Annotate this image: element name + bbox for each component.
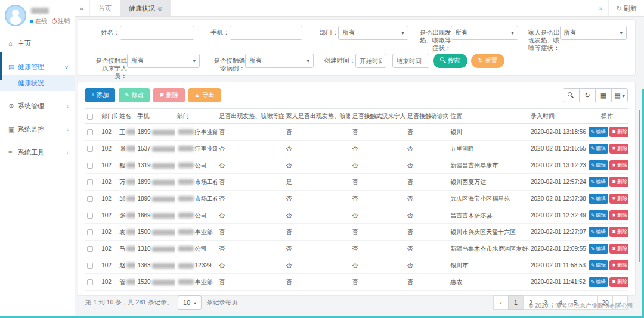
close-icon[interactable]: ⊗ bbox=[157, 5, 162, 12]
export-button[interactable]: ▲导出 bbox=[188, 88, 221, 102]
row-checkbox[interactable] bbox=[87, 196, 93, 202]
avatar[interactable] bbox=[5, 5, 26, 26]
search-button[interactable]: 搜索 bbox=[433, 54, 467, 68]
column-header[interactable]: 是否出现发热、咳嗽等症状 bbox=[217, 109, 284, 124]
edit-button[interactable]: ✎编辑 bbox=[589, 194, 609, 204]
row-checkbox[interactable] bbox=[87, 279, 93, 285]
monitor-icon: ▣ bbox=[8, 121, 18, 138]
edit-button[interactable]: ✎编辑 bbox=[589, 160, 609, 170]
edit-button[interactable]: ✎编辑 bbox=[589, 260, 609, 270]
column-header[interactable]: 手机 bbox=[135, 109, 175, 124]
add-label: 添加 bbox=[97, 91, 109, 98]
delete-button[interactable]: ✖删除 bbox=[609, 244, 628, 254]
table-row[interactable]: 102 万 1899 市场工程部 否 是 否 否 银川西夏万达 2020-02-… bbox=[85, 174, 628, 191]
dept-select[interactable]: 所有▾ bbox=[338, 26, 408, 40]
delete-button[interactable]: ✖删除 bbox=[609, 144, 628, 154]
sidebar-item-label: 健康状况 bbox=[18, 79, 44, 86]
table-row[interactable]: 102 赵 1363 12329 否 否 否 否 银川市 2020-02-01 … bbox=[85, 257, 628, 274]
edit-button[interactable]: ✎编辑 bbox=[589, 227, 609, 237]
page-size-select[interactable]: 10▴ bbox=[178, 295, 202, 310]
table-row[interactable]: 102 程 1319 公司 否 否 否 否 新疆昌吉州阜康市 2020-02-0… bbox=[85, 157, 628, 174]
cross-icon: ✖ bbox=[612, 163, 616, 168]
column-header[interactable]: 操作 bbox=[586, 109, 628, 124]
cell-dept: 市场工程部 bbox=[175, 191, 217, 207]
delete-button[interactable]: ✖删除 bbox=[609, 127, 628, 137]
start-time-input[interactable] bbox=[355, 54, 386, 68]
page-button[interactable]: 1 bbox=[508, 295, 524, 310]
delete-button[interactable]: ✖删除 bbox=[609, 227, 628, 237]
toggle-view-button[interactable]: ▦ bbox=[595, 88, 612, 102]
column-header[interactable]: 部门ID bbox=[100, 109, 117, 124]
edit-button[interactable]: ✎编辑 bbox=[589, 210, 609, 220]
wuhan-select[interactable]: 所有▾ bbox=[127, 54, 200, 68]
column-header[interactable]: 位置 bbox=[448, 109, 529, 124]
symptom-select[interactable]: 所有▾ bbox=[451, 26, 518, 40]
sidebar-item-sys-monitor[interactable]: ▣系统监控‹ bbox=[0, 121, 75, 138]
table-row[interactable]: 102 马 1310 公司 否 否 否 否 新疆乌鲁木齐市水磨沟区友好花园二期 … bbox=[85, 241, 628, 257]
row-checkbox[interactable] bbox=[87, 246, 93, 252]
table-row[interactable]: 102 王 1899 疗事业部 否 否 否 否 银川 2020-02-01 13… bbox=[85, 124, 628, 141]
masked-dept-prefix bbox=[178, 179, 194, 185]
pencil-icon: ✎ bbox=[591, 146, 595, 151]
column-header[interactable]: 是否接触武汉来宁人员 bbox=[350, 109, 405, 124]
search-label: 搜索 bbox=[448, 57, 460, 64]
column-header[interactable]: 姓名 bbox=[117, 109, 135, 124]
sidebar-item-sys-tools[interactable]: ≡系统工具‹ bbox=[0, 145, 75, 161]
column-header[interactable]: 家人是否出现发热、咳嗽等症状 bbox=[284, 109, 351, 124]
sidebar-item-sys-mgmt[interactable]: ⚙系统管理‹ bbox=[0, 98, 75, 114]
row-checkbox[interactable] bbox=[87, 129, 93, 135]
row-checkbox[interactable] bbox=[87, 163, 93, 169]
edit-button[interactable]: ✎编辑 bbox=[589, 277, 609, 287]
row-checkbox[interactable] bbox=[87, 179, 93, 185]
column-header[interactable]: 录入时间 bbox=[529, 109, 586, 124]
cell-wuhan-contact: 否 bbox=[350, 141, 405, 157]
family-select[interactable]: 所有▾ bbox=[560, 26, 627, 40]
sidebar-item-home[interactable]: ⌂主页 bbox=[0, 36, 75, 52]
column-header[interactable]: 是否接触确诊病例 bbox=[405, 109, 448, 124]
tab-health-status[interactable]: 健康状况⊗ bbox=[120, 0, 171, 16]
table-row[interactable]: 102 张 1537 疗事业部 否 否 否 否 五里湖畔 2020-02-01 … bbox=[85, 141, 628, 157]
table-row[interactable]: 102 管 1520 事业部 否 否 否 否 惠农 2020-02-01 11:… bbox=[85, 274, 628, 291]
delete-button[interactable]: ✖删除 bbox=[609, 277, 628, 287]
sidebar-item-health-status[interactable]: 健康状况 bbox=[0, 75, 75, 91]
refresh-page-button[interactable]: ↻刷新 bbox=[609, 0, 644, 16]
tab-home[interactable]: 首页 bbox=[90, 0, 120, 16]
end-time-input[interactable] bbox=[392, 54, 429, 68]
column-header[interactable]: 部门 bbox=[175, 109, 217, 124]
table-row[interactable]: 102 袁 1500 事业部 否 否 否 否 银川市兴庆区天玺十六区 2020-… bbox=[85, 224, 628, 241]
phone-filter-input[interactable] bbox=[230, 26, 302, 40]
edit-button[interactable]: ✎编辑 bbox=[589, 177, 609, 187]
page-size-value: 10 bbox=[183, 299, 190, 306]
row-checkbox[interactable] bbox=[87, 263, 93, 269]
row-checkbox[interactable] bbox=[87, 146, 93, 152]
batch-delete-button[interactable]: ✖删除 bbox=[153, 88, 184, 102]
page-button[interactable]: ‹ bbox=[493, 295, 509, 310]
delete-button[interactable]: ✖删除 bbox=[609, 194, 628, 204]
confirmed-select[interactable]: 所有▾ bbox=[245, 54, 314, 68]
logout-link[interactable]: 注销 bbox=[58, 18, 70, 24]
tabs-scroll-left-button[interactable]: « bbox=[75, 0, 90, 16]
edit-button[interactable]: ✎编辑 bbox=[589, 244, 609, 254]
masked-name bbox=[126, 179, 135, 185]
modify-button[interactable]: ✎修改 bbox=[119, 88, 150, 102]
delete-button[interactable]: ✖删除 bbox=[609, 260, 628, 270]
row-checkbox[interactable] bbox=[87, 229, 93, 235]
columns-button[interactable]: ▤ ▾ bbox=[611, 88, 628, 102]
tabs-scroll-right-button[interactable]: » bbox=[593, 0, 609, 16]
select-all-checkbox[interactable] bbox=[87, 114, 93, 120]
edit-button[interactable]: ✎编辑 bbox=[589, 127, 609, 137]
delete-button[interactable]: ✖删除 bbox=[609, 177, 628, 187]
table-search-button[interactable] bbox=[563, 88, 580, 102]
sidebar-item-health-mgmt[interactable]: ▤健康管理∨ bbox=[0, 59, 75, 75]
table-panel: +添加 ✎修改 ✖删除 ▲导出 ↻ ▦ ▤ ▾ bbox=[78, 82, 636, 296]
table-refresh-button[interactable]: ↻ bbox=[579, 88, 596, 102]
delete-button[interactable]: ✖删除 bbox=[609, 160, 628, 170]
row-checkbox[interactable] bbox=[87, 213, 93, 219]
table-row[interactable]: 102 张 1669 公司 否 否 否 否 昌吉吉木萨尔县 2020-02-01… bbox=[85, 207, 628, 224]
delete-button[interactable]: ✖删除 bbox=[609, 210, 628, 220]
reset-button[interactable]: ↻重置 bbox=[471, 54, 504, 68]
edit-button[interactable]: ✎编辑 bbox=[589, 144, 609, 154]
table-row[interactable]: 102 邹 1890 市场工程部 否 否 否 否 兴庆区海宝小区福星苑 2020… bbox=[85, 191, 628, 207]
name-filter-input[interactable] bbox=[120, 26, 194, 40]
add-button[interactable]: +添加 bbox=[85, 88, 115, 102]
